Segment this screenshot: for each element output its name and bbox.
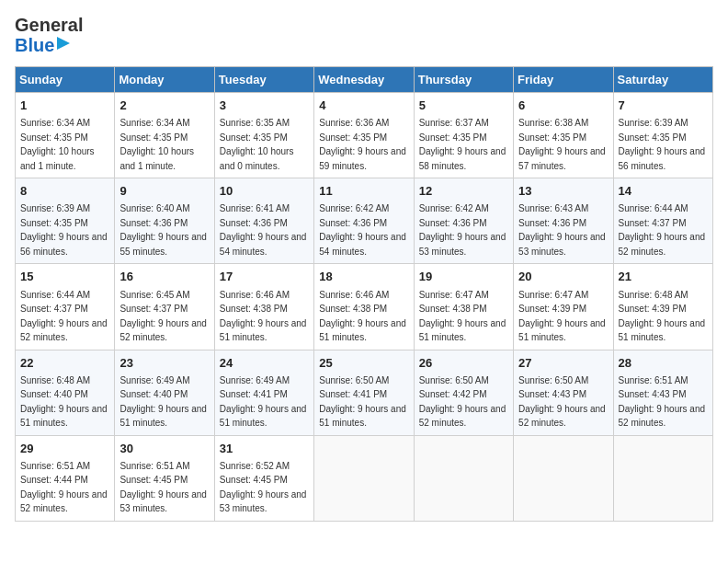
day-number: 29 (20, 441, 109, 457)
calendar-cell: 4 Sunrise: 6:36 AMSunset: 4:35 PMDayligh… (314, 93, 414, 178)
day-info: Sunrise: 6:34 AMSunset: 4:35 PMDaylight:… (20, 118, 95, 171)
calendar-cell: 9 Sunrise: 6:40 AMSunset: 4:36 PMDayligh… (115, 178, 214, 264)
calendar-cell (514, 435, 613, 521)
day-info: Sunrise: 6:36 AMSunset: 4:35 PMDaylight:… (319, 118, 406, 171)
day-number: 6 (518, 98, 608, 114)
day-number: 9 (119, 183, 209, 200)
day-info: Sunrise: 6:49 AMSunset: 4:40 PMDaylight:… (119, 375, 207, 429)
calendar-table: SundayMondayTuesdayWednesdayThursdayFrid… (15, 66, 713, 522)
day-number: 27 (518, 355, 608, 372)
calendar-cell: 3 Sunrise: 6:35 AMSunset: 4:35 PMDayligh… (214, 93, 313, 178)
page-header: General Blue (15, 15, 713, 55)
day-info: Sunrise: 6:43 AMSunset: 4:36 PMDaylight:… (518, 203, 606, 257)
calendar-cell: 11 Sunrise: 6:42 AMSunset: 4:36 PMDaylig… (314, 178, 414, 264)
calendar-cell: 18 Sunrise: 6:46 AMSunset: 4:38 PMDaylig… (314, 264, 414, 350)
calendar-cell: 21 Sunrise: 6:48 AMSunset: 4:39 PMDaylig… (613, 264, 712, 350)
day-info: Sunrise: 6:41 AMSunset: 4:36 PMDaylight:… (220, 203, 307, 257)
col-header-friday: Friday (514, 67, 613, 93)
logo-arrow-icon (57, 35, 74, 52)
day-number: 10 (220, 183, 309, 200)
day-info: Sunrise: 6:47 AMSunset: 4:39 PMDaylight:… (518, 290, 606, 343)
calendar-cell: 17 Sunrise: 6:46 AMSunset: 4:38 PMDaylig… (214, 264, 313, 350)
calendar-cell: 29 Sunrise: 6:51 AMSunset: 4:44 PMDaylig… (16, 435, 115, 521)
day-info: Sunrise: 6:34 AMSunset: 4:35 PMDaylight:… (119, 118, 194, 171)
calendar-cell: 7 Sunrise: 6:39 AMSunset: 4:35 PMDayligh… (613, 93, 712, 178)
day-number: 25 (319, 355, 408, 372)
day-number: 4 (319, 98, 408, 114)
calendar-cell (613, 435, 712, 521)
day-info: Sunrise: 6:42 AMSunset: 4:36 PMDaylight:… (319, 203, 406, 257)
calendar-cell: 23 Sunrise: 6:49 AMSunset: 4:40 PMDaylig… (115, 350, 214, 435)
day-info: Sunrise: 6:35 AMSunset: 4:35 PMDaylight:… (220, 118, 294, 171)
day-info: Sunrise: 6:44 AMSunset: 4:37 PMDaylight:… (20, 290, 108, 343)
col-header-saturday: Saturday (613, 67, 712, 93)
day-number: 16 (119, 269, 209, 285)
day-number: 18 (319, 269, 408, 285)
calendar-cell: 8 Sunrise: 6:39 AMSunset: 4:35 PMDayligh… (16, 178, 115, 264)
calendar-cell: 14 Sunrise: 6:44 AMSunset: 4:37 PMDaylig… (613, 178, 712, 264)
day-number: 5 (419, 98, 508, 114)
day-info: Sunrise: 6:49 AMSunset: 4:41 PMDaylight:… (220, 375, 307, 429)
calendar-cell: 24 Sunrise: 6:49 AMSunset: 4:41 PMDaylig… (214, 350, 313, 435)
day-info: Sunrise: 6:45 AMSunset: 4:37 PMDaylight:… (119, 290, 207, 343)
day-number: 21 (619, 269, 708, 285)
day-info: Sunrise: 6:48 AMSunset: 4:40 PMDaylight:… (20, 375, 108, 429)
calendar-cell: 13 Sunrise: 6:43 AMSunset: 4:36 PMDaylig… (514, 178, 613, 264)
day-number: 20 (518, 269, 608, 285)
calendar-cell: 30 Sunrise: 6:51 AMSunset: 4:45 PMDaylig… (115, 435, 214, 521)
calendar-cell: 28 Sunrise: 6:51 AMSunset: 4:43 PMDaylig… (613, 350, 712, 435)
calendar-cell: 25 Sunrise: 6:50 AMSunset: 4:41 PMDaylig… (314, 350, 414, 435)
day-number: 1 (20, 98, 109, 114)
day-number: 13 (518, 183, 608, 200)
day-info: Sunrise: 6:46 AMSunset: 4:38 PMDaylight:… (220, 290, 307, 343)
logo: General Blue (15, 15, 83, 55)
calendar-cell: 31 Sunrise: 6:52 AMSunset: 4:45 PMDaylig… (214, 435, 313, 521)
calendar-cell: 20 Sunrise: 6:47 AMSunset: 4:39 PMDaylig… (514, 264, 613, 350)
day-number: 12 (419, 183, 508, 200)
day-number: 19 (419, 269, 508, 285)
logo-text-general: General (15, 15, 83, 35)
day-number: 31 (220, 441, 309, 457)
day-info: Sunrise: 6:42 AMSunset: 4:36 PMDaylight:… (419, 203, 506, 257)
day-info: Sunrise: 6:40 AMSunset: 4:36 PMDaylight:… (119, 203, 207, 257)
day-info: Sunrise: 6:50 AMSunset: 4:42 PMDaylight:… (419, 375, 506, 429)
logo-text-blue: Blue (15, 35, 54, 55)
col-header-tuesday: Tuesday (214, 67, 313, 93)
day-info: Sunrise: 6:52 AMSunset: 4:45 PMDaylight:… (220, 461, 307, 514)
day-number: 22 (20, 355, 109, 372)
day-number: 30 (119, 441, 209, 457)
day-info: Sunrise: 6:48 AMSunset: 4:39 PMDaylight:… (619, 290, 706, 343)
day-number: 24 (220, 355, 309, 372)
calendar-cell (414, 435, 513, 521)
day-number: 3 (220, 98, 309, 114)
day-info: Sunrise: 6:51 AMSunset: 4:44 PMDaylight:… (20, 461, 108, 514)
svg-marker-0 (57, 37, 70, 50)
day-number: 2 (119, 98, 209, 114)
calendar-cell: 16 Sunrise: 6:45 AMSunset: 4:37 PMDaylig… (115, 264, 214, 350)
calendar-cell: 6 Sunrise: 6:38 AMSunset: 4:35 PMDayligh… (514, 93, 613, 178)
day-number: 14 (619, 183, 708, 200)
calendar-cell: 22 Sunrise: 6:48 AMSunset: 4:40 PMDaylig… (16, 350, 115, 435)
calendar-cell: 5 Sunrise: 6:37 AMSunset: 4:35 PMDayligh… (414, 93, 513, 178)
day-info: Sunrise: 6:44 AMSunset: 4:37 PMDaylight:… (619, 203, 706, 257)
day-number: 23 (119, 355, 209, 372)
calendar-cell: 1 Sunrise: 6:34 AMSunset: 4:35 PMDayligh… (16, 93, 115, 178)
calendar-cell: 15 Sunrise: 6:44 AMSunset: 4:37 PMDaylig… (16, 264, 115, 350)
day-number: 28 (619, 355, 708, 372)
day-info: Sunrise: 6:51 AMSunset: 4:45 PMDaylight:… (119, 461, 207, 514)
day-info: Sunrise: 6:39 AMSunset: 4:35 PMDaylight:… (619, 118, 706, 171)
calendar-cell: 10 Sunrise: 6:41 AMSunset: 4:36 PMDaylig… (214, 178, 313, 264)
day-number: 8 (20, 183, 109, 200)
day-info: Sunrise: 6:39 AMSunset: 4:35 PMDaylight:… (20, 203, 108, 257)
day-info: Sunrise: 6:47 AMSunset: 4:38 PMDaylight:… (419, 290, 506, 343)
calendar-cell: 26 Sunrise: 6:50 AMSunset: 4:42 PMDaylig… (414, 350, 513, 435)
day-info: Sunrise: 6:50 AMSunset: 4:41 PMDaylight:… (319, 375, 406, 429)
day-number: 11 (319, 183, 408, 200)
calendar-cell: 19 Sunrise: 6:47 AMSunset: 4:38 PMDaylig… (414, 264, 513, 350)
day-number: 15 (20, 269, 109, 285)
day-number: 7 (619, 98, 708, 114)
col-header-monday: Monday (115, 67, 214, 93)
calendar-cell: 27 Sunrise: 6:50 AMSunset: 4:43 PMDaylig… (514, 350, 613, 435)
day-info: Sunrise: 6:37 AMSunset: 4:35 PMDaylight:… (419, 118, 506, 171)
calendar-cell: 2 Sunrise: 6:34 AMSunset: 4:35 PMDayligh… (115, 93, 214, 178)
